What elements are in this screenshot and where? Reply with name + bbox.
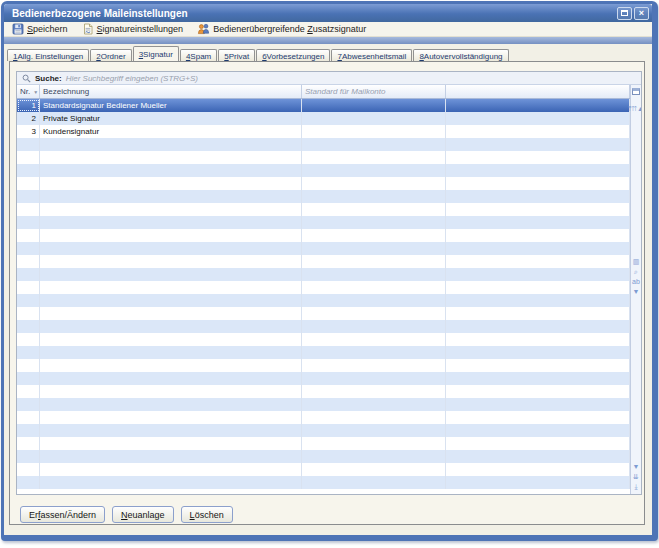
signature-settings-button[interactable]: Signatureinstellungen <box>82 23 184 35</box>
table-row-empty <box>17 138 641 151</box>
tab-autovervollstaendigung[interactable]: 8 Autovervollständigung <box>413 49 508 61</box>
signature-settings-icon <box>82 23 94 35</box>
scrollbar-top-buttons: ⤒⇈▲ <box>628 97 642 115</box>
table-row-empty <box>17 385 641 398</box>
table-row-empty <box>17 372 641 385</box>
table-row-empty <box>17 190 641 203</box>
row-number-cell: 3 <box>17 125 40 138</box>
column-chooser-button[interactable] <box>632 88 640 95</box>
erfassen-aendern-button[interactable]: Erfassen/Ändern <box>20 506 105 523</box>
table-row-empty <box>17 164 641 177</box>
column-header-extra[interactable] <box>446 85 630 98</box>
users-icon <box>197 23 210 35</box>
search-icon <box>22 74 31 83</box>
save-label: Speichern <box>27 24 68 34</box>
table-row[interactable]: 2 Private Signatur <box>17 112 641 125</box>
close-button[interactable]: × <box>634 7 649 20</box>
table-row-empty <box>17 177 641 190</box>
table-row[interactable]: 3 Kundensignatur <box>17 125 641 138</box>
table-row-empty <box>17 151 641 164</box>
filter-icon[interactable]: ▼ <box>633 287 640 297</box>
table-row-empty <box>17 333 641 346</box>
tab-strip: 1 Allg. Einstellungen2 Ordner3 Signatur4… <box>7 46 652 61</box>
table-row-empty <box>17 424 641 437</box>
separator-band <box>4 37 652 44</box>
scroll-down-icon[interactable]: ▼ <box>633 462 640 472</box>
save-button[interactable]: Speichern <box>12 23 68 35</box>
row-bezeichnung-cell: Private Signatur <box>40 112 302 125</box>
row-standard-cell <box>302 125 446 138</box>
table-row-empty <box>17 203 641 216</box>
sort-desc-icon: ▼ <box>33 89 38 95</box>
neuanlage-button[interactable]: Neuanlage <box>112 506 174 523</box>
table-row-empty <box>17 229 641 242</box>
save-icon <box>12 23 24 35</box>
grid-scrollbar[interactable]: ⤒⇈▲ ▥⌕ab▼ ▼⇊⤓ <box>630 85 641 494</box>
tab-privat[interactable]: 5 Privat <box>218 49 255 61</box>
table-row-empty <box>17 463 641 476</box>
table-row-empty <box>17 320 641 333</box>
loeschen-button[interactable]: Löschen <box>181 506 233 523</box>
table-row-empty <box>17 242 641 255</box>
table-row-empty <box>17 359 641 372</box>
tab-signatur[interactable]: 3 Signatur <box>133 46 179 61</box>
grid-header: Nr. ▼ Bezeichnung Standard für Mailkonto <box>17 85 641 99</box>
row-standard-cell <box>302 99 446 112</box>
title-bar: Bedienerbezogene Maileinstellungen × <box>4 4 652 22</box>
table-row-empty <box>17 346 641 359</box>
restore-button[interactable] <box>617 7 632 20</box>
table-row-empty <box>17 268 641 281</box>
scroll-to-bottom-icon[interactable]: ⤓ <box>634 482 637 492</box>
additional-signature-label: Bedienerübergreifende Zusatzsignatur <box>213 24 366 34</box>
scroll-up-icon[interactable]: ▲ <box>637 105 642 112</box>
restore-icon <box>621 10 628 16</box>
close-icon: × <box>639 9 644 18</box>
tab-spam[interactable]: 4 Spam <box>180 49 217 61</box>
row-number-cell: 2 <box>17 112 40 125</box>
toolbar: Speichern Signatureinstellungen Bediener… <box>4 22 652 37</box>
search-label: Suche: <box>35 74 62 83</box>
tab-allg-einstellungen[interactable]: 1 Allg. Einstellungen <box>7 49 89 61</box>
dialog-window: Bedienerbezogene Maileinstellungen × Spe… <box>1 1 658 541</box>
table-row-empty <box>17 411 641 424</box>
table-row-empty <box>17 398 641 411</box>
window-title: Bedienerbezogene Maileinstellungen <box>12 8 615 19</box>
tab-vorbesetzungen[interactable]: 6 Vorbesetzungen <box>256 49 330 61</box>
columns-icon[interactable]: ▥ <box>633 257 640 267</box>
scroll-page-down-icon[interactable]: ⇊ <box>633 472 639 482</box>
row-extra-cell <box>446 125 630 138</box>
search-placeholder: Hier Suchbegriff eingeben (STRG+S) <box>66 74 198 83</box>
table-row-empty <box>17 255 641 268</box>
additional-signature-button[interactable]: Bedienerübergreifende Zusatzsignatur <box>197 23 366 35</box>
tab-abwesenheitsmail[interactable]: 7 Abwesenheitsmail <box>331 49 412 61</box>
row-extra-cell <box>446 99 630 112</box>
row-extra-cell <box>446 112 630 125</box>
column-header-standard-mailkonto[interactable]: Standard für Mailkonto <box>302 85 446 98</box>
action-buttons: Erfassen/ÄndernNeuanlageLöschen <box>20 506 233 523</box>
column-header-bezeichnung[interactable]: Bezeichnung <box>40 85 302 98</box>
table-row-empty <box>17 437 641 450</box>
zoom-icon[interactable]: ⌕ <box>634 267 638 277</box>
scrollbar-bottom-buttons: ▼⇊⤓ <box>633 462 640 492</box>
search-field[interactable]: Suche: Hier Suchbegriff eingeben (STRG+S… <box>17 72 641 85</box>
scrollbar-tool-buttons: ▥⌕ab▼ <box>632 257 640 297</box>
signature-settings-label: Signatureinstellungen <box>97 24 184 34</box>
tab-ordner[interactable]: 2 Ordner <box>90 49 131 61</box>
row-bezeichnung-cell: Standardsignatur Bediener Mueller <box>40 99 302 112</box>
table-row-empty <box>17 281 641 294</box>
table-row-empty <box>17 294 641 307</box>
tab-page-signatur: Suche: Hier Suchbegriff eingeben (STRG+S… <box>9 61 645 525</box>
signatures-grid: Suche: Hier Suchbegriff eingeben (STRG+S… <box>16 71 642 495</box>
row-number-cell: 1 <box>17 99 40 112</box>
column-header-nr[interactable]: Nr. ▼ <box>17 85 40 98</box>
table-row-empty <box>17 307 641 320</box>
find-icon[interactable]: ab <box>632 277 640 287</box>
table-row-empty <box>17 216 641 229</box>
table-row[interactable]: 1 Standardsignatur Bediener Mueller <box>17 99 641 112</box>
table-row-empty <box>17 476 641 489</box>
grid-rows: 1 Standardsignatur Bediener Mueller 2 Pr… <box>17 99 641 494</box>
row-standard-cell <box>302 112 446 125</box>
table-row-empty <box>17 450 641 463</box>
row-bezeichnung-cell: Kundensignatur <box>40 125 302 138</box>
